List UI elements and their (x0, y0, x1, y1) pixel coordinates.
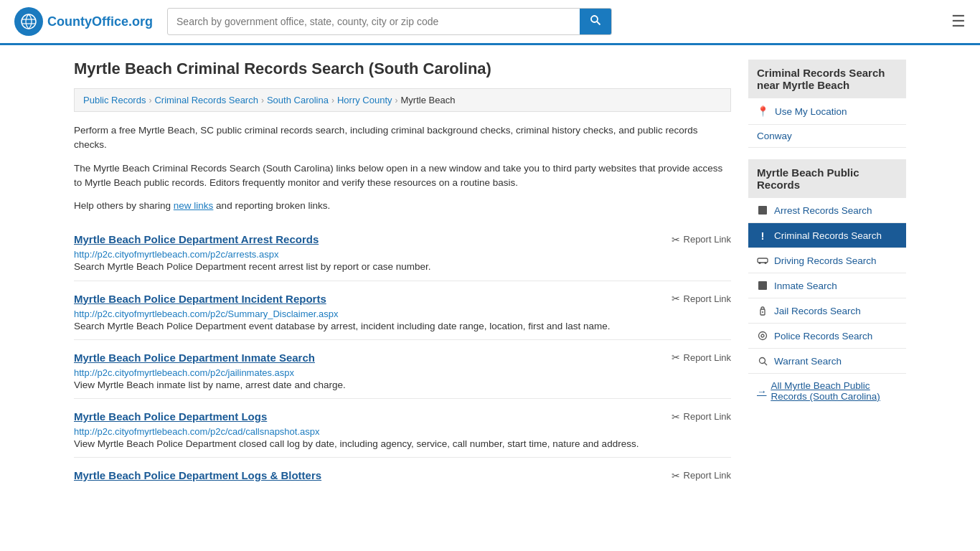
sidebar-public-records-section: Myrtle Beach Public Records Arrest Recor… (748, 159, 906, 408)
scissors-icon: ✂ (672, 293, 680, 304)
content-area: Myrtle Beach Criminal Records Search (So… (74, 60, 731, 490)
sidebar-item-warrant-search[interactable]: Warrant Search (748, 349, 906, 374)
record-title[interactable]: Myrtle Beach Police Department Logs (74, 410, 267, 423)
record-title[interactable]: Myrtle Beach Police Department Inmate Se… (74, 352, 315, 364)
criminal-records-icon: ! (757, 230, 768, 241)
driving-records-icon (757, 255, 768, 266)
record-description: Search Myrtle Beach Police Department re… (74, 260, 731, 274)
page-title: Myrtle Beach Criminal Records Search (So… (74, 60, 731, 78)
search-button[interactable] (580, 9, 611, 34)
svg-rect-6 (758, 258, 768, 263)
record-description: Search Myrtle Beach Police Department ev… (74, 319, 731, 334)
records-list: Myrtle Beach Police Department Arrest Re… (74, 222, 731, 490)
record-header: Myrtle Beach Police Department Logs & Bl… (74, 469, 731, 481)
arrow-icon: → (757, 386, 767, 397)
sidebar-item-driving-records[interactable]: Driving Records Search (748, 248, 906, 273)
logo-icon (14, 7, 43, 36)
svg-rect-9 (758, 281, 767, 290)
logo[interactable]: CountyOffice.org (14, 7, 153, 36)
svg-point-12 (759, 332, 767, 340)
new-links-link[interactable]: new links (174, 200, 214, 211)
breadcrumb: Public Records › Criminal Records Search… (74, 88, 731, 112)
police-records-icon (757, 330, 768, 342)
report-link-button[interactable]: ✂ Report Link (672, 352, 731, 363)
menu-button[interactable]: ☰ (951, 12, 966, 31)
scissors-icon: ✂ (672, 411, 680, 423)
report-link-button[interactable]: ✂ Report Link (672, 234, 731, 245)
record-header: Myrtle Beach Police Department Incident … (74, 293, 731, 305)
breadcrumb-myrtle-beach: Myrtle Beach (401, 95, 456, 105)
svg-point-14 (759, 357, 765, 363)
scissors-icon: ✂ (672, 470, 680, 481)
report-link-button[interactable]: ✂ Report Link (672, 411, 731, 423)
record-url[interactable]: http://p2c.cityofmyrtlebeach.com/p2c/Sum… (74, 309, 338, 319)
record-title[interactable]: Myrtle Beach Police Department Arrest Re… (74, 233, 319, 245)
sidebar-nearby-title: Criminal Records Search near Myrtle Beac… (748, 60, 906, 98)
scissors-icon: ✂ (672, 352, 680, 363)
breadcrumb-sep-4: › (395, 95, 398, 105)
breadcrumb-sep-3: › (331, 95, 334, 105)
sidebar-public-records-title: Myrtle Beach Public Records (748, 159, 906, 198)
breadcrumb-criminal-records[interactable]: Criminal Records Search (154, 95, 258, 105)
svg-point-0 (22, 14, 36, 29)
svg-line-15 (764, 362, 767, 365)
description-2: The Myrtle Beach Criminal Records Search… (74, 161, 731, 191)
record-header: Myrtle Beach Police Department Logs ✂ Re… (74, 410, 731, 423)
record-title[interactable]: Myrtle Beach Police Department Incident … (74, 293, 326, 305)
main-container: Myrtle Beach Criminal Records Search (So… (60, 45, 920, 504)
report-link-button[interactable]: ✂ Report Link (672, 470, 731, 481)
report-link-button[interactable]: ✂ Report Link (672, 293, 731, 304)
breadcrumb-south-carolina[interactable]: South Carolina (267, 95, 329, 105)
record-url[interactable]: http://p2c.cityofmyrtlebeach.com/p2c/cad… (74, 426, 320, 437)
breadcrumb-sep-1: › (149, 95, 151, 105)
header: CountyOffice.org ☰ (0, 0, 980, 45)
warrant-search-icon (757, 355, 768, 367)
sidebar: Criminal Records Search near Myrtle Beac… (748, 60, 906, 490)
sidebar-nearby-section: Criminal Records Search near Myrtle Beac… (748, 60, 906, 148)
search-bar (167, 8, 612, 35)
record-url[interactable]: http://p2c.cityofmyrtlebeach.com/p2c/jai… (74, 367, 294, 378)
location-icon: 📍 (757, 105, 769, 117)
record-url[interactable]: http://p2c.cityofmyrtlebeach.com/p2c/arr… (74, 249, 278, 260)
svg-line-4 (597, 22, 600, 25)
all-records-anchor[interactable]: All Myrtle Beach Public Records (South C… (771, 380, 898, 402)
scissors-icon: ✂ (672, 234, 680, 245)
breadcrumb-horry-county[interactable]: Horry County (337, 95, 392, 105)
sidebar-item-jail-records[interactable]: Jail Records Search (748, 298, 906, 324)
sidebar-item-police-records[interactable]: Police Records Search (748, 324, 906, 349)
breadcrumb-sep-2: › (261, 95, 264, 105)
breadcrumb-public-records[interactable]: Public Records (83, 95, 146, 105)
sidebar-item-arrest-records[interactable]: Arrest Records Search (748, 198, 906, 223)
record-header: Myrtle Beach Police Department Inmate Se… (74, 352, 731, 364)
record-item: Myrtle Beach Police Department Arrest Re… (74, 222, 731, 280)
svg-rect-5 (758, 206, 767, 215)
description-3: Help others by sharing new links and rep… (74, 199, 731, 213)
sidebar-item-inmate-search[interactable]: Inmate Search (748, 273, 906, 298)
nearby-city-link[interactable]: Conway (748, 125, 906, 148)
svg-point-11 (762, 311, 763, 313)
jail-records-icon (757, 305, 768, 316)
inmate-search-icon (757, 280, 768, 291)
description-1: Perform a free Myrtle Beach, SC public c… (74, 123, 731, 153)
sidebar-item-criminal-records[interactable]: ! Criminal Records Search (748, 223, 906, 248)
record-description: View Myrtle Beach inmate list by name, a… (74, 378, 731, 392)
record-title[interactable]: Myrtle Beach Police Department Logs & Bl… (74, 469, 321, 481)
record-description: View Myrtle Beach Police Department clos… (74, 437, 731, 451)
record-item: Myrtle Beach Police Department Logs ✂ Re… (74, 398, 731, 457)
svg-point-13 (761, 334, 764, 337)
arrest-records-icon (757, 204, 768, 216)
svg-point-7 (759, 262, 761, 264)
use-location-button[interactable]: 📍 Use My Location (748, 98, 906, 125)
record-item: Myrtle Beach Police Department Inmate Se… (74, 339, 731, 398)
record-item: Myrtle Beach Police Department Incident … (74, 281, 731, 339)
search-input[interactable] (168, 10, 580, 33)
record-item: Myrtle Beach Police Department Logs & Bl… (74, 457, 731, 490)
svg-point-3 (591, 16, 598, 22)
logo-text: CountyOffice.org (47, 14, 153, 29)
all-records-link[interactable]: → All Myrtle Beach Public Records (South… (748, 374, 906, 408)
svg-point-8 (765, 262, 767, 264)
record-header: Myrtle Beach Police Department Arrest Re… (74, 233, 731, 245)
